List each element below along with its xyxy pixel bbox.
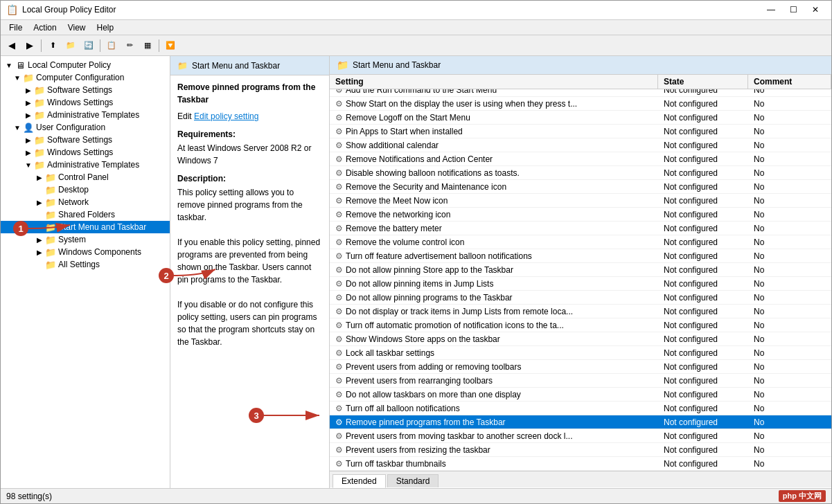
state-cell: Not configured (658, 181, 748, 193)
edit-policy-link[interactable]: Edit policy setting (194, 111, 258, 121)
setting-cell: ⚙Remove the Security and Maintenance ico… (330, 181, 658, 193)
toggle-icon: ▶ (34, 249, 45, 256)
setting-icon: ⚙ (335, 404, 343, 413)
sidebar-item-user-config[interactable]: ▼ 👤 User Configuration (1, 121, 170, 134)
sidebar-item-system[interactable]: ▶ 📁 System (1, 233, 170, 246)
list-item[interactable]: ⚙Remove the volume control iconNot confi… (330, 235, 831, 249)
list-item[interactable]: ⚙Remove the networking iconNot configure… (330, 208, 831, 222)
list-item[interactable]: ⚙Turn off all balloon notificationsNot c… (330, 402, 831, 415)
comment-cell: No (748, 361, 831, 373)
toolbar-separator-3 (159, 39, 159, 52)
sidebar-item-software-settings-cc[interactable]: ▶ 📁 Software Settings (1, 84, 170, 96)
close-button[interactable]: ✕ (805, 3, 826, 17)
list-item[interactable]: ⚙Turn off automatic promotion of notific… (330, 318, 831, 332)
toggle-icon: ▼ (3, 62, 15, 69)
setting-icon: ⚙ (335, 99, 343, 109)
sidebar-item-windows-components[interactable]: ▶ 📁 Windows Components (1, 246, 170, 258)
toolbar: ◀ ▶ ⬆ 📁 🔄 📋 ✏ ▦ 🔽 (1, 35, 831, 56)
settings-folder-title: Start Menu and Taskbar (353, 60, 441, 70)
comment-cell: No (748, 305, 831, 318)
comment-cell: No (748, 153, 831, 165)
setting-cell: ⚙Remove pinned programs from the Taskbar (330, 416, 658, 429)
new-object-btn[interactable]: 📋 (103, 38, 120, 53)
up-button[interactable]: ⬆ (44, 38, 61, 53)
header-state[interactable]: State (658, 75, 748, 89)
list-item[interactable]: ⚙Do not allow pinning Store app to the T… (330, 263, 831, 277)
setting-cell: ⚙Lock all taskbar settings (330, 347, 658, 359)
list-item[interactable]: ⚙Disable showing balloon notifications a… (330, 166, 831, 180)
comment-cell: No (748, 278, 831, 290)
list-item[interactable]: ⚙Pin Apps to Start when installedNot con… (330, 125, 831, 138)
list-item[interactable]: ⚙Remove Logoff on the Start MenuNot conf… (330, 111, 831, 125)
forward-button[interactable]: ▶ (21, 38, 38, 53)
sidebar-item-desktop[interactable]: ▶ 📁 Desktop (1, 183, 170, 196)
tab-extended[interactable]: Extended (333, 474, 386, 488)
sidebar-item-network[interactable]: ▶ 📁 Network (1, 196, 170, 208)
sidebar-item-windows-settings-cc[interactable]: ▶ 📁 Windows Settings (1, 96, 170, 109)
settings-list: Setting State Comment ⚙Add the Run comma… (330, 75, 831, 471)
folder-icon: 📁 (45, 259, 56, 270)
list-item[interactable]: ⚙Turn off feature advertisement balloon … (330, 249, 831, 263)
sidebar-item-admin-templates-uc[interactable]: ▼ 📁 Administrative Templates (1, 159, 170, 171)
comment-cell: No (748, 208, 831, 221)
folder-icon: 📁 (34, 134, 45, 145)
settings-rows: ⚙Add the Run command to the Start MenuNo… (330, 83, 831, 471)
list-item[interactable]: ⚙Do not display or track items in Jump L… (330, 305, 831, 318)
list-item[interactable]: ⚙Do not allow pinning items in Jump List… (330, 277, 831, 291)
list-item[interactable]: ⚙Prevent users from rearranging toolbars… (330, 374, 831, 388)
sidebar-item-shared-folders[interactable]: ▶ 📁 Shared Folders (1, 208, 170, 221)
sidebar-item-start-menu-taskbar[interactable]: ▶ 📁 Start Menu and Taskbar (1, 221, 170, 233)
list-item[interactable]: ⚙Remove Notifications and Action CenterN… (330, 152, 831, 166)
minimize-button[interactable]: — (761, 3, 781, 17)
list-item[interactable]: ⚙Turn off taskbar thumbnailsNot configur… (330, 457, 831, 471)
back-button[interactable]: ◀ (3, 38, 20, 53)
setting-icon: ⚙ (335, 348, 343, 358)
sidebar-item-windows-settings-uc[interactable]: ▶ 📁 Windows Settings (1, 146, 170, 159)
header-setting[interactable]: Setting (330, 75, 658, 89)
status-text: 98 setting(s) (6, 492, 52, 501)
tab-standard[interactable]: Standard (387, 474, 439, 487)
list-item[interactable]: ⚙Do not allow pinning programs to the Ta… (330, 291, 831, 305)
list-item[interactable]: ⚙Show Start on the display the user is u… (330, 97, 831, 111)
menu-view[interactable]: View (62, 21, 91, 34)
show-hide-btn[interactable]: 📁 (62, 38, 79, 53)
sidebar-item-admin-templates-cc[interactable]: ▶ 📁 Administrative Templates (1, 109, 170, 121)
list-item[interactable]: ⚙Remove the Meet Now iconNot configuredN… (330, 194, 831, 208)
sidebar-item-all-settings[interactable]: ▶ 📁 All Settings (1, 258, 170, 271)
folder-icon: 📁 (23, 72, 34, 83)
comment-cell: No (748, 416, 831, 429)
menu-file[interactable]: File (3, 21, 28, 34)
requirements-title: Requirements: (177, 128, 322, 141)
state-cell: Not configured (658, 236, 748, 249)
maximize-button[interactable]: ☐ (783, 3, 804, 17)
list-item[interactable]: ⚙Do not allow taskbars on more than one … (330, 388, 831, 402)
header-comment[interactable]: Comment (748, 75, 831, 89)
sidebar-item-control-panel[interactable]: ▶ 📁 Control Panel (1, 171, 170, 183)
toggle-icon: ▶ (23, 111, 34, 119)
sidebar-item-computer-config[interactable]: ▼ 📁 Computer Configuration (1, 71, 170, 84)
tabs-bar: Extended Standard (330, 471, 831, 487)
edit-btn[interactable]: ✏ (121, 38, 138, 53)
list-item[interactable]: ⚙Prevent users from resizing the taskbar… (330, 443, 831, 457)
list-item[interactable]: ⚙Show additional calendarNot configuredN… (330, 138, 831, 152)
setting-icon: ⚙ (335, 141, 343, 150)
refresh-btn[interactable]: 🔄 (80, 38, 97, 53)
sidebar-item-local-computer-policy[interactable]: ▼ 🖥 Local Computer Policy (1, 59, 170, 71)
list-item[interactable]: ⚙Prevent users from adding or removing t… (330, 360, 831, 374)
setting-label: Remove the networking icon (346, 210, 450, 219)
list-item[interactable]: ⚙Prevent users from moving taskbar to an… (330, 429, 831, 443)
list-item[interactable]: ⚙Remove pinned programs from the Taskbar… (330, 415, 831, 429)
menu-help[interactable]: Help (91, 21, 120, 34)
sidebar-item-software-settings-uc[interactable]: ▶ 📁 Software Settings (1, 134, 170, 146)
list-item[interactable]: ⚙Remove the Security and Maintenance ico… (330, 180, 831, 194)
filter-btn[interactable]: 🔽 (162, 38, 179, 53)
setting-icon: ⚙ (335, 210, 343, 219)
view-btn[interactable]: ▦ (139, 38, 156, 53)
setting-cell: ⚙Prevent users from adding or removing t… (330, 361, 658, 373)
list-item[interactable]: ⚙Remove the battery meterNot configuredN… (330, 222, 831, 235)
list-item[interactable]: ⚙Show Windows Store apps on the taskbarN… (330, 332, 831, 346)
folder-icon: 📁 (45, 184, 56, 195)
menu-action[interactable]: Action (28, 21, 62, 34)
comment-cell: No (748, 319, 831, 332)
list-item[interactable]: ⚙Lock all taskbar settingsNot configured… (330, 346, 831, 360)
